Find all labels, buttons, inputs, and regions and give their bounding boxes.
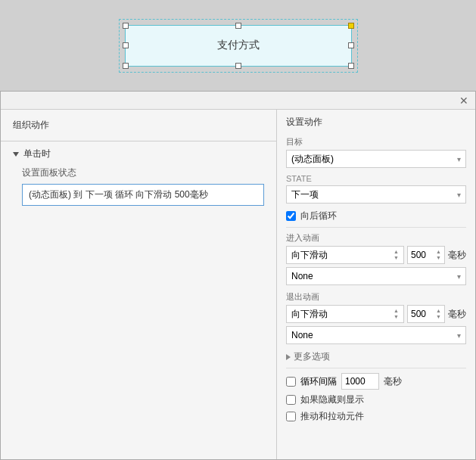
enter-none-chevron-icon: ▾ — [457, 272, 461, 281]
cycle-interval-checkbox[interactable] — [286, 377, 296, 387]
dialog-body: 组织动作 单击时 设置面板状态 (动态面板) 到 下一项 循环 向下滑动 500… — [1, 110, 475, 459]
enter-anim-inline: 向下滑动 ▲ ▼ 500 ▲ ▼ 毫秒 — [286, 246, 466, 264]
handle-ml[interactable] — [123, 42, 129, 48]
left-panel: 组织动作 单击时 设置面板状态 (动态面板) 到 下一项 循环 向下滑动 500… — [1, 110, 277, 459]
handle-tc[interactable] — [235, 23, 241, 29]
section-header-click[interactable]: 单击时 — [1, 145, 276, 163]
cycle-interval-unit: 毫秒 — [384, 375, 402, 388]
enter-anim-duration: 500 — [411, 250, 426, 260]
state-label: STATE — [286, 174, 466, 183]
exit-anim-none-select[interactable]: None ▾ — [286, 326, 466, 344]
down-arrow-icon[interactable]: ▼ — [436, 255, 441, 261]
handle-tr[interactable] — [348, 23, 354, 29]
exit-anim-inline: 向下滑动 ▲ ▼ 500 ▲ ▼ 毫秒 — [286, 305, 466, 323]
more-options-toggle[interactable]: 更多选项 — [286, 350, 466, 363]
right-panel-title: 设置动作 — [286, 116, 466, 129]
target-field-group: 目标 (动态面板) ▾ — [286, 136, 466, 168]
down-arrow-icon[interactable]: ▼ — [436, 314, 441, 320]
enter-duration-spinners[interactable]: ▲ ▼ — [436, 249, 441, 260]
action-item[interactable]: (动态面板) 到 下一项 循环 向下滑动 500毫秒 — [22, 184, 264, 206]
down-arrow-icon[interactable]: ▼ — [394, 314, 399, 320]
handle-bl[interactable] — [123, 63, 129, 69]
widget-label: 支付方式 — [217, 39, 260, 52]
sub-label: 设置面板状态 — [22, 165, 264, 182]
target-value: (动态面板) — [291, 153, 334, 166]
exit-anim-spinners[interactable]: ▲ ▼ — [394, 308, 399, 319]
right-panel: 设置动作 目标 (动态面板) ▾ STATE 下一项 ▾ 向后循 — [277, 110, 475, 459]
section-header-label: 单击时 — [23, 148, 51, 160]
target-select[interactable]: (动态面板) ▾ — [286, 150, 466, 168]
up-arrow-icon[interactable]: ▲ — [394, 249, 399, 255]
cycle-interval-input[interactable] — [341, 373, 379, 390]
push-drag-row: 推动和拉动元件 — [286, 410, 466, 423]
enter-anim-none-value: None — [291, 271, 313, 281]
handle-tl[interactable] — [123, 23, 129, 29]
enter-anim-duration-field[interactable]: 500 ▲ ▼ — [407, 246, 445, 264]
state-value: 下一项 — [291, 188, 319, 201]
enter-anim-value: 向下滑动 — [291, 249, 328, 262]
exit-anim-value: 向下滑动 — [291, 308, 328, 321]
dialog-titlebar: ✕ — [1, 92, 475, 110]
section-content: 设置面板状态 (动态面板) 到 下一项 循环 向下滑动 500毫秒 — [1, 163, 276, 209]
state-field-group: STATE 下一项 ▾ — [286, 174, 466, 204]
canvas-area: 支付方式 — [0, 0, 476, 91]
target-chevron-icon: ▾ — [457, 155, 461, 163]
enter-anim-unit: 毫秒 — [448, 249, 466, 262]
dialog: ✕ 组织动作 单击时 设置面板状态 (动态面板) 到 下一项 循环 向下滑动 5… — [0, 91, 476, 460]
enter-anim-spinners[interactable]: ▲ ▼ — [394, 249, 399, 260]
enter-anim-none-select[interactable]: None ▾ — [286, 267, 466, 285]
enter-anim-group: 进入动画 向下滑动 ▲ ▼ 500 ▲ ▼ — [286, 232, 466, 285]
cycle-interval-row: 循环间隔 毫秒 — [286, 373, 466, 390]
cycle-checkbox[interactable] — [286, 211, 296, 221]
more-options-label: 更多选项 — [294, 350, 330, 363]
push-drag-label: 推动和拉动元件 — [300, 410, 364, 423]
up-arrow-icon[interactable]: ▲ — [436, 308, 441, 314]
push-drag-checkbox[interactable] — [286, 412, 296, 421]
widget-box[interactable]: 支付方式 — [125, 25, 352, 67]
if-hidden-row: 如果隐藏则显示 — [286, 393, 466, 406]
exit-none-chevron-icon: ▾ — [457, 331, 461, 340]
cycle-interval-label: 循环间隔 — [300, 375, 337, 388]
exit-duration-spinners[interactable]: ▲ ▼ — [436, 308, 441, 319]
left-panel-title: 组织动作 — [1, 116, 276, 138]
cycle-label: 向后循环 — [300, 210, 337, 222]
more-options-triangle-icon — [286, 354, 291, 360]
handle-br[interactable] — [348, 63, 354, 69]
if-hidden-label: 如果隐藏则显示 — [300, 393, 364, 406]
enter-anim-select[interactable]: 向下滑动 ▲ ▼ — [286, 246, 404, 264]
cycle-checkbox-row: 向后循环 — [286, 210, 466, 222]
if-hidden-checkbox[interactable] — [286, 395, 296, 405]
state-select[interactable]: 下一项 ▾ — [286, 185, 466, 204]
expand-triangle-icon — [13, 152, 19, 157]
exit-anim-duration-field[interactable]: 500 ▲ ▼ — [407, 305, 445, 323]
handle-bc[interactable] — [235, 63, 241, 69]
state-chevron-icon: ▾ — [457, 191, 461, 199]
exit-anim-duration: 500 — [411, 309, 426, 319]
down-arrow-icon[interactable]: ▼ — [394, 255, 399, 261]
close-button[interactable]: ✕ — [457, 94, 471, 107]
exit-anim-unit: 毫秒 — [448, 308, 466, 321]
exit-anim-group: 退出动画 向下滑动 ▲ ▼ 500 ▲ ▼ — [286, 291, 466, 344]
exit-anim-none-value: None — [291, 330, 313, 340]
target-label: 目标 — [286, 136, 466, 148]
up-arrow-icon[interactable]: ▲ — [436, 249, 441, 255]
enter-anim-label: 进入动画 — [286, 232, 466, 244]
exit-anim-label: 退出动画 — [286, 291, 466, 303]
exit-anim-select[interactable]: 向下滑动 ▲ ▼ — [286, 305, 404, 323]
handle-mr[interactable] — [348, 42, 354, 48]
up-arrow-icon[interactable]: ▲ — [394, 308, 399, 314]
